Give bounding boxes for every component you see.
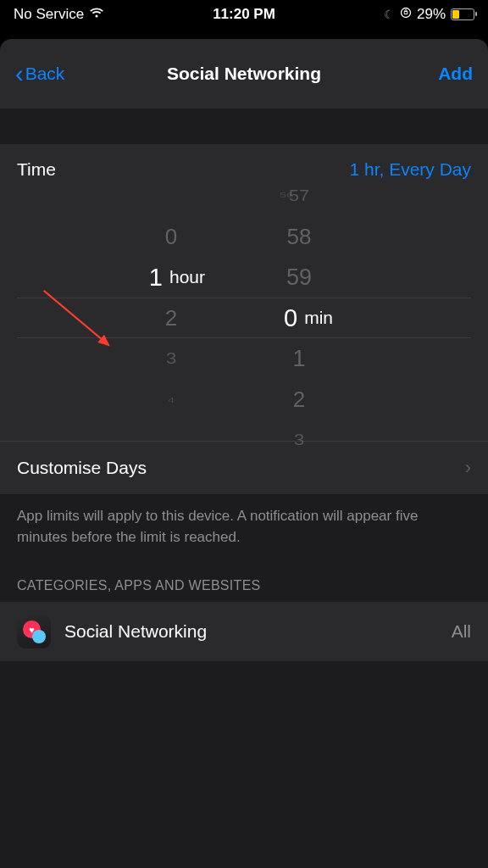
page-title: Social Networking	[167, 64, 321, 84]
add-button[interactable]: Add	[438, 64, 473, 84]
social-networking-icon	[17, 615, 51, 648]
category-row[interactable]: Social Networking All	[0, 602, 488, 661]
wheel-item: 57	[265, 180, 333, 212]
wheel-item: 1	[265, 338, 333, 379]
help-text: App limits will apply to this device. A …	[0, 494, 488, 559]
moon-icon: ☾	[384, 8, 395, 21]
wheel-item: 59	[265, 257, 333, 298]
settings-sheet: ‹ Back Social Networking Add Time 1 hr, …	[0, 39, 488, 868]
clock-text: 11:20 PM	[213, 6, 275, 23]
customise-label: Customise Days	[17, 458, 147, 478]
wifi-icon	[89, 6, 104, 23]
hour-selected: 1	[149, 264, 163, 292]
wheel-item: 2	[137, 298, 205, 338]
carrier-text: No Service	[14, 6, 84, 23]
wheel-item: 3	[137, 342, 205, 375]
hour-wheel[interactable]: 0 1 hour 2 3 4	[117, 199, 236, 437]
category-label: Social Networking	[64, 621, 438, 642]
time-row[interactable]: Time 1 hr, Every Day	[0, 144, 488, 195]
time-label: Time	[17, 159, 56, 180]
minute-selected: 0	[284, 304, 297, 332]
category-value: All	[452, 621, 471, 642]
customise-days-row[interactable]: Customise Days ›	[0, 441, 488, 494]
wheel-item: 4	[137, 387, 205, 412]
nav-bar: ‹ Back Social Networking Add	[0, 39, 488, 108]
wheel-item: 58	[265, 216, 333, 257]
minute-unit: min	[304, 308, 333, 328]
back-label: Back	[25, 64, 65, 84]
hour-unit: hour	[169, 267, 205, 287]
battery-icon	[451, 8, 474, 20]
time-picker: 0 1 hour 2 3 4 56 57 58 59	[0, 195, 488, 441]
minute-wheel[interactable]: 56 57 58 59 0 min 1 2 3	[252, 199, 371, 437]
back-button[interactable]: ‹ Back	[15, 60, 64, 88]
section-header: CATEGORIES, APPS AND WEBSITES	[0, 559, 488, 602]
chevron-left-icon: ‹	[15, 60, 24, 88]
battery-percent: 29%	[417, 6, 446, 23]
lock-orientation-icon	[400, 6, 412, 23]
time-value: 1 hr, Every Day	[349, 159, 471, 180]
status-bar: No Service 11:20 PM ☾ 29%	[0, 0, 488, 29]
wheel-item: 0	[137, 216, 205, 257]
wheel-item: 2	[265, 379, 333, 420]
wheel-item: 3	[265, 424, 333, 456]
chevron-right-icon: ›	[465, 457, 471, 479]
